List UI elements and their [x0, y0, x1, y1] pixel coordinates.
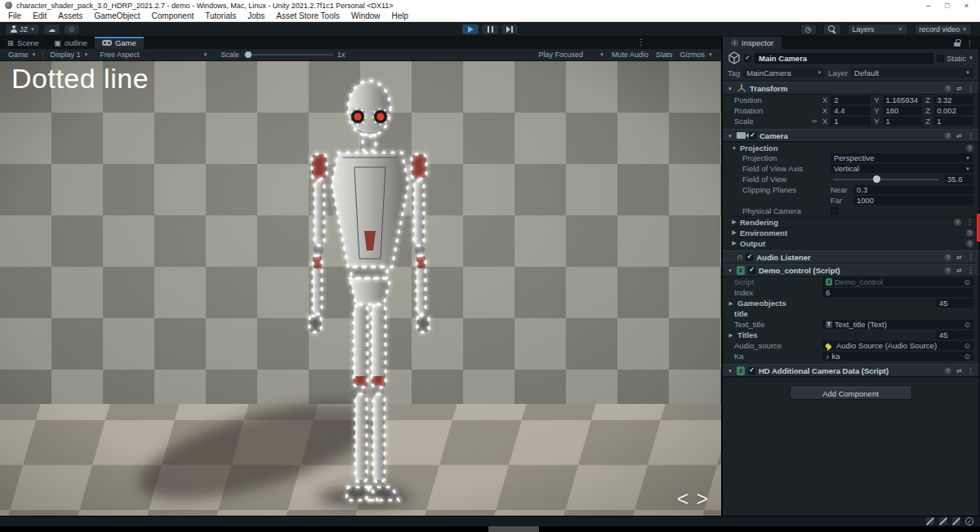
search-button[interactable]: [823, 24, 841, 35]
menu-tutorials[interactable]: Tutorials: [199, 11, 242, 20]
help-icon[interactable]: ?: [944, 132, 951, 140]
foldout-icon[interactable]: ▼: [731, 145, 737, 151]
game-viewport[interactable]: Dotted line < >: [0, 61, 721, 516]
text-title-field[interactable]: T Text_title (Text) ⊙: [822, 320, 973, 329]
environment-group-header[interactable]: ▶ Environment ?: [723, 227, 978, 237]
services-button[interactable]: ⚙: [64, 24, 80, 35]
rotation-y-field[interactable]: 180: [883, 106, 923, 115]
active-checkbox[interactable]: ✓: [744, 55, 751, 62]
kebab-menu-icon[interactable]: ⋮: [967, 366, 974, 375]
preset-icon[interactable]: ⇄: [956, 367, 962, 375]
close-button[interactable]: ×: [964, 2, 969, 10]
output-group-header[interactable]: ▶ Output ?: [723, 237, 978, 248]
scale-y-field[interactable]: 1: [883, 117, 923, 126]
gizmos-dropdown[interactable]: Gizmos ▼: [680, 51, 713, 59]
help-icon[interactable]: ?: [944, 367, 951, 375]
scale-z-field[interactable]: 1: [933, 117, 973, 126]
undo-history-button[interactable]: ◷: [800, 24, 817, 35]
tab-outline[interactable]: ▣ outline: [47, 37, 95, 49]
tab-game[interactable]: Game: [95, 37, 144, 49]
tag-dropdown[interactable]: MainCamera ▼: [743, 68, 825, 78]
help-icon[interactable]: ?: [954, 219, 961, 226]
layer-dropdown[interactable]: Default ▼: [851, 68, 973, 78]
foldout-icon[interactable]: ▼: [727, 268, 733, 273]
menu-edit[interactable]: Edit: [27, 11, 52, 20]
kebab-menu-icon[interactable]: ⋮: [967, 84, 974, 92]
preset-icon[interactable]: ⇄: [956, 132, 962, 140]
layers-dropdown[interactable]: Layers ▼: [848, 24, 908, 35]
demo-control-header[interactable]: ▼ # ✓ Demo_control (Script) ? ⇄ ⋮: [723, 264, 978, 277]
display-dropdown[interactable]: Display 1 ▼: [45, 51, 93, 59]
fov-axis-dropdown[interactable]: Vertical ▼: [831, 164, 973, 173]
script-field[interactable]: # Demo_control ⊙: [822, 277, 973, 286]
display-target-dropdown[interactable]: Game ▼: [3, 51, 41, 59]
menu-gameobject[interactable]: GameObject: [88, 11, 145, 20]
hd-camera-data-header[interactable]: ▼ # ✓ HD Additional Camera Data (Script)…: [723, 364, 978, 377]
object-picker-icon[interactable]: ⊙: [964, 321, 970, 329]
static-toggle[interactable]: Static ▼: [937, 54, 973, 63]
fov-value-field[interactable]: 35.6: [944, 175, 973, 184]
prev-button[interactable]: <: [677, 487, 689, 511]
play-focused-dropdown[interactable]: Play Focused ▼: [539, 51, 604, 59]
foldout-icon[interactable]: ▶: [728, 332, 734, 339]
foldout-icon[interactable]: ▼: [727, 368, 733, 374]
kebab-menu-icon[interactable]: ⋮: [966, 218, 973, 226]
foldout-icon[interactable]: ▼: [727, 133, 733, 139]
hd-camera-data-checkbox[interactable]: ✓: [748, 367, 755, 375]
notification-muted-icon-1[interactable]: [926, 517, 934, 525]
help-icon[interactable]: ?: [944, 267, 951, 274]
tab-inspector[interactable]: i Inspector: [723, 37, 782, 49]
rotation-z-field[interactable]: 0.002: [933, 106, 973, 115]
projection-group-header[interactable]: ▼ Projection ?: [723, 142, 978, 153]
position-x-field[interactable]: 2: [831, 95, 871, 104]
audio-listener-checkbox[interactable]: ✓: [746, 254, 753, 261]
next-button[interactable]: >: [696, 487, 708, 511]
menu-help[interactable]: Help: [386, 11, 415, 20]
static-checkbox[interactable]: [937, 55, 944, 62]
foldout-icon[interactable]: ▶: [731, 219, 737, 225]
help-icon[interactable]: ?: [966, 229, 973, 237]
menu-assets[interactable]: Assets: [52, 11, 88, 20]
camera-enabled-checkbox[interactable]: ✓: [749, 132, 756, 140]
scale-slider[interactable]: [243, 54, 333, 55]
menu-asset-store-tools[interactable]: Asset Store Tools: [270, 11, 345, 20]
lock-icon[interactable]: [954, 39, 960, 47]
preset-icon[interactable]: ⇄: [956, 85, 962, 92]
help-icon[interactable]: ?: [944, 254, 951, 261]
kebab-menu-icon[interactable]: ⋮: [966, 39, 973, 47]
object-picker-icon[interactable]: ⊙: [964, 342, 970, 350]
transform-component-header[interactable]: ▼ Transform ? ⇄ ⋮: [723, 82, 978, 95]
index-field[interactable]: 6: [822, 288, 973, 297]
account-dropdown[interactable]: JZ ▼: [5, 24, 40, 35]
camera-component-header[interactable]: ▼ ✓ Camera ? ⇄ ⋮: [723, 129, 978, 142]
audio-listener-header[interactable]: ∩ ✓ Audio Listener ? ⇄ ⋮: [723, 250, 978, 264]
fov-slider-knob[interactable]: [873, 175, 880, 183]
demo-control-checkbox[interactable]: ✓: [748, 267, 755, 274]
rendering-group-header[interactable]: ▶ Rendering ? ⋮: [723, 216, 978, 227]
constrain-proportions-icon[interactable]: ∞: [812, 117, 819, 125]
cloud-button[interactable]: ☁: [43, 24, 60, 35]
scale-x-field[interactable]: 1: [831, 117, 871, 126]
foldout-icon[interactable]: ▼: [727, 86, 733, 91]
pause-button[interactable]: [481, 24, 499, 35]
projection-dropdown[interactable]: Perspective ▼: [831, 153, 973, 162]
help-icon[interactable]: ?: [944, 85, 951, 92]
gameobject-name-field[interactable]: Main Camera: [755, 53, 933, 64]
preset-icon[interactable]: ⇄: [956, 267, 962, 274]
play-button[interactable]: [461, 24, 479, 35]
restore-button[interactable]: □: [945, 2, 949, 10]
tab-menu-kebab-icon[interactable]: ⋮: [637, 38, 645, 47]
rotation-x-field[interactable]: 4.4: [831, 106, 871, 115]
stats-toggle[interactable]: Stats: [656, 51, 673, 59]
position-y-field[interactable]: 1.165934: [883, 95, 923, 104]
menu-file[interactable]: File: [2, 11, 27, 20]
help-icon[interactable]: ?: [966, 144, 973, 152]
position-z-field[interactable]: 3.32: [933, 95, 973, 104]
kebab-menu-icon[interactable]: ⋮: [967, 266, 974, 274]
far-field[interactable]: 1000: [853, 196, 973, 205]
minimize-button[interactable]: –: [926, 2, 930, 10]
kebab-menu-icon[interactable]: ⋮: [967, 253, 974, 261]
step-button[interactable]: [501, 24, 519, 35]
layout-dropdown[interactable]: record video ▼: [915, 24, 972, 35]
add-component-button[interactable]: Add Component: [790, 387, 912, 400]
